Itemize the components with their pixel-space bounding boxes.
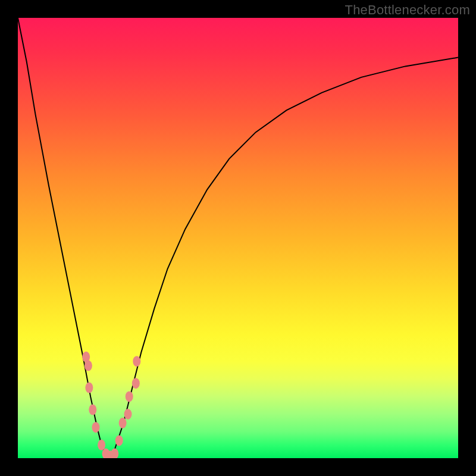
watermark-text: TheBottlenecker.com <box>345 2 470 18</box>
data-marker <box>89 405 96 415</box>
bottleneck-curve-line <box>18 18 458 458</box>
data-marker <box>115 435 123 446</box>
plot-area <box>18 18 458 458</box>
data-marker <box>133 356 140 367</box>
data-marker <box>111 449 118 458</box>
chart-frame: TheBottlenecker.com <box>0 0 476 476</box>
data-marker <box>119 418 127 428</box>
data-marker <box>124 409 132 419</box>
data-markers-group <box>82 352 140 458</box>
data-marker <box>85 383 93 393</box>
data-marker <box>98 440 105 450</box>
bottleneck-curve <box>18 18 458 458</box>
data-marker <box>126 391 133 402</box>
data-marker <box>84 361 92 371</box>
data-marker <box>132 378 140 389</box>
data-marker <box>92 422 99 433</box>
